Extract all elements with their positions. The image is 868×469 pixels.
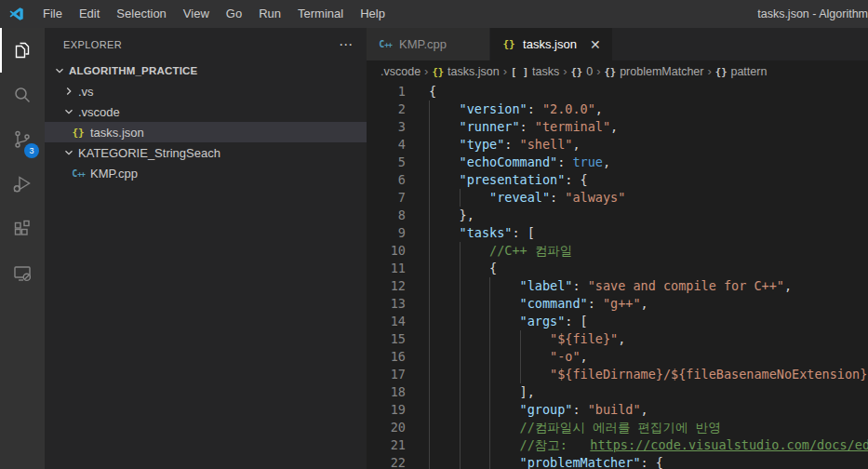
tree-item-label: .vscode: [78, 105, 120, 119]
code-line-17: 17"${fileDirname}/${fileBasenameNoExtens…: [367, 366, 868, 383]
indent-guide: [429, 295, 460, 313]
menu-terminal[interactable]: Terminal: [289, 0, 352, 28]
tree-item-kategorie-stringseach[interactable]: KATEGORIE_StringSeach: [45, 142, 367, 163]
line-number: 1: [367, 83, 406, 100]
remote-explorer-icon[interactable]: [0, 251, 45, 296]
indent-guide: [460, 313, 490, 330]
breadcrumb-label: problemMatcher: [620, 65, 703, 78]
indent-guide: [489, 401, 520, 419]
indent-guide: [429, 189, 460, 207]
tree-item-tasks-json[interactable]: {}tasks.json: [45, 122, 367, 142]
indent-guide: [429, 401, 460, 419]
tab-kmp-cpp[interactable]: C++KMP.cpp: [367, 28, 490, 60]
indent-guide: [489, 277, 520, 295]
title-bar: FileEditSelectionViewGoRunTerminalHelp t…: [0, 0, 868, 28]
indent-guide: [429, 260, 460, 277]
line-number: 19: [367, 401, 406, 419]
run-and-debug-icon[interactable]: [0, 162, 45, 207]
breadcrumb-label: .vscode: [381, 65, 421, 78]
tree-item-label: KMP.cpp: [90, 167, 138, 181]
code-area[interactable]: 1{2"version": "2.0.0",3"runner": "termin…: [367, 82, 868, 469]
indent-guide: [520, 348, 551, 366]
breadcrumb-tasks[interactable]: [ ]tasks: [511, 65, 559, 78]
menu-selection[interactable]: Selection: [108, 0, 174, 28]
code-line-13: 13"command": "g++",: [367, 295, 868, 313]
indent-guide: [429, 136, 460, 154]
tab-tasks-json[interactable]: {}tasks.json✕: [490, 28, 613, 60]
indent-guide: [429, 171, 460, 189]
code-line-11: 11{: [367, 260, 868, 277]
line-number: 18: [367, 383, 406, 401]
code-line-22: 22"problemMatcher": {: [367, 454, 868, 469]
indent-guide: [460, 295, 490, 313]
menubar: FileEditSelectionViewGoRunTerminalHelp: [34, 0, 394, 28]
menu-file[interactable]: File: [34, 0, 71, 28]
line-number: 6: [367, 171, 406, 189]
indent-guide: [460, 383, 490, 401]
breadcrumb-separator-icon: ›: [503, 64, 507, 78]
breadcrumb-0[interactable]: {}0: [571, 65, 594, 78]
line-number: 3: [367, 118, 406, 136]
line-number: 22: [367, 454, 406, 469]
more-actions-icon[interactable]: ⋯: [339, 36, 354, 53]
breadcrumb-label: pattern: [730, 65, 767, 78]
explorer-sidebar: EXPLORER ⋯ ALGORITHM_PRACTICE.vs.vscode{…: [45, 28, 367, 469]
tree-item-algorithm-practice[interactable]: ALGORITHM_PRACTICE: [45, 60, 367, 81]
tree-item-label: .vs: [78, 85, 94, 99]
code-line-9: 9"tasks": [: [367, 224, 868, 242]
breadcrumb-tasks-json[interactable]: {}tasks.json: [432, 65, 499, 78]
breadcrumb-vscode[interactable]: .vscode: [381, 65, 421, 78]
breadcrumb-pattern[interactable]: {}pattern: [715, 65, 768, 78]
menu-view[interactable]: View: [175, 0, 218, 28]
editor-group: C++KMP.cpp{}tasks.json✕ .vscode›{}tasks.…: [367, 28, 868, 469]
menu-go[interactable]: Go: [218, 0, 250, 28]
line-number: 15: [367, 330, 406, 348]
indent-guide: [460, 330, 490, 348]
line-number: 4: [367, 136, 406, 154]
indent-guide: [460, 454, 490, 469]
line-number: 5: [367, 154, 406, 171]
sidebar-title: EXPLORER: [63, 39, 339, 50]
close-icon[interactable]: ✕: [590, 37, 601, 52]
tree-item-label: KATEGORIE_StringSeach: [78, 146, 220, 160]
line-number: 7: [367, 189, 406, 207]
line-number: 8: [367, 207, 406, 224]
explorer-icon[interactable]: [0, 28, 45, 73]
indent-guide: [489, 348, 520, 366]
tree-item-vscode[interactable]: .vscode: [45, 101, 367, 122]
breadcrumb-separator-icon: ›: [596, 64, 600, 78]
menu-help[interactable]: Help: [352, 0, 394, 28]
tab-label: KMP.cpp: [399, 37, 447, 51]
tree-item-vs[interactable]: .vs: [45, 81, 367, 101]
code-line-12: 12"label": "save and compile for C++",: [367, 277, 868, 295]
indent-guide: [429, 277, 460, 295]
source-control-icon[interactable]: 3: [0, 117, 45, 162]
indent-guide: [429, 454, 460, 469]
code-line-21: 21//참고: https://code.visualstudio.com/do…: [367, 436, 868, 454]
array-symbol-icon: [ ]: [511, 66, 528, 77]
indent-guide: [460, 419, 490, 436]
menu-edit[interactable]: Edit: [71, 0, 108, 28]
tree-item-kmp-cpp[interactable]: C++KMP.cpp: [45, 163, 367, 183]
indent-guide: [429, 348, 460, 366]
breadcrumb-label: tasks: [532, 65, 559, 78]
code-line-4: 4"type": "shell",: [367, 136, 868, 154]
indent-guide: [489, 295, 520, 313]
cpp-file-icon: C++: [71, 168, 86, 179]
indent-guide: [429, 383, 460, 401]
breadcrumb-problemmatcher[interactable]: {}problemMatcher: [604, 65, 703, 78]
indent-guide: [489, 454, 520, 469]
chevron-down-icon: [61, 145, 76, 160]
line-number: 14: [367, 313, 406, 330]
indent-guide: [489, 436, 520, 454]
indent-guide: [429, 224, 460, 242]
breadcrumb-separator-icon: ›: [707, 64, 711, 78]
indent-guide: [429, 207, 460, 224]
menu-run[interactable]: Run: [250, 0, 289, 28]
search-icon[interactable]: [0, 73, 45, 117]
code-line-19: 19"group": "build",: [367, 401, 868, 419]
extensions-icon[interactable]: [0, 207, 45, 251]
code-line-2: 2"version": "2.0.0",: [367, 100, 868, 118]
code-line-20: 20//컴파일시 에러를 편집기에 반영: [367, 419, 868, 436]
line-number: 12: [367, 277, 406, 295]
